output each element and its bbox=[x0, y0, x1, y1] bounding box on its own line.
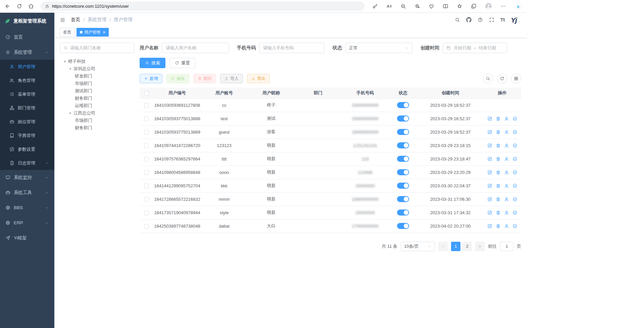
split-screen-icon[interactable] bbox=[443, 3, 448, 9]
tab-user-management[interactable]: 用户管理 bbox=[77, 28, 109, 37]
toggle-search-button[interactable] bbox=[483, 74, 493, 84]
sidebar-item-post[interactable]: 岗位管理 bbox=[0, 115, 54, 129]
edit-action-icon[interactable] bbox=[487, 170, 492, 175]
sidebar-item-dept[interactable]: 部门管理 bbox=[0, 101, 54, 115]
delete-action-icon[interactable] bbox=[496, 130, 501, 135]
sidebar-item-users[interactable]: 角色管理 bbox=[0, 74, 54, 87]
status-toggle[interactable] bbox=[397, 115, 409, 122]
delete-action-icon[interactable] bbox=[496, 116, 501, 121]
delete-action-icon[interactable] bbox=[496, 224, 501, 229]
browser-home-icon[interactable] bbox=[28, 3, 34, 9]
select-all-checkbox[interactable] bbox=[144, 91, 149, 96]
tree-node[interactable]: 研发部门 bbox=[60, 73, 134, 80]
import-button[interactable]: 导入 bbox=[220, 74, 243, 83]
delete-action-icon[interactable] bbox=[496, 143, 501, 148]
delete-action-icon[interactable] bbox=[496, 197, 501, 202]
sidebar-item-monitor[interactable]: 系统监控 bbox=[0, 170, 54, 185]
header-search-icon[interactable] bbox=[455, 17, 460, 22]
github-icon[interactable] bbox=[466, 17, 472, 22]
sidebar-item-menulist[interactable]: 菜单管理 bbox=[0, 87, 54, 101]
favorites-icon[interactable] bbox=[457, 3, 462, 9]
row-checkbox[interactable] bbox=[144, 143, 149, 148]
reset-password-action-icon[interactable] bbox=[504, 183, 509, 188]
status-toggle[interactable] bbox=[397, 169, 409, 175]
edit-button[interactable]: 修改 bbox=[166, 74, 189, 83]
close-icon[interactable] bbox=[103, 30, 105, 35]
phone-input[interactable] bbox=[259, 43, 325, 53]
sidebar-item-user[interactable]: 用户管理 bbox=[0, 60, 54, 74]
tree-node[interactable]: 橙子科技 bbox=[60, 58, 134, 65]
reset-button[interactable]: 重置 bbox=[169, 58, 195, 68]
status-toggle[interactable] bbox=[397, 196, 409, 202]
zoom-icon[interactable] bbox=[400, 3, 406, 9]
goto-page-input[interactable] bbox=[500, 242, 513, 251]
add-button[interactable]: 新增 bbox=[140, 74, 162, 83]
prev-page-button[interactable] bbox=[438, 242, 448, 251]
status-select[interactable]: 正常 bbox=[345, 43, 412, 53]
row-checkbox[interactable] bbox=[144, 130, 149, 135]
reset-password-action-icon[interactable] bbox=[504, 143, 509, 148]
tree-node[interactable]: 财务部门 bbox=[60, 124, 134, 132]
page-size-select[interactable]: 10条/页 bbox=[401, 242, 435, 251]
edit-action-icon[interactable] bbox=[487, 197, 492, 202]
read-aloud-icon[interactable] bbox=[386, 3, 392, 9]
status-toggle[interactable] bbox=[397, 209, 409, 216]
created-date-range[interactable]: 开始日期 - 结束日期 bbox=[443, 43, 507, 53]
delete-action-icon[interactable] bbox=[496, 156, 501, 161]
help-icon[interactable] bbox=[478, 17, 483, 22]
row-checkbox[interactable] bbox=[144, 103, 149, 108]
favorite-add-icon[interactable] bbox=[414, 3, 420, 9]
page-number-button[interactable]: 2 bbox=[462, 242, 472, 251]
edit-action-icon[interactable] bbox=[487, 130, 492, 135]
delete-action-icon[interactable] bbox=[496, 183, 501, 188]
breadcrumb-item-system[interactable]: 系统管理 bbox=[88, 17, 106, 23]
assign-role-action-icon[interactable] bbox=[512, 116, 517, 121]
fullscreen-icon[interactable] bbox=[489, 17, 494, 22]
reset-password-action-icon[interactable] bbox=[504, 156, 509, 161]
tree-expand-caret-icon[interactable] bbox=[68, 67, 72, 71]
edit-action-icon[interactable] bbox=[487, 210, 492, 215]
reset-password-action-icon[interactable] bbox=[504, 197, 509, 202]
delete-action-icon[interactable] bbox=[496, 170, 501, 175]
assign-role-action-icon[interactable] bbox=[512, 183, 517, 188]
tab-home[interactable]: 首页 bbox=[60, 28, 75, 37]
page-number-button[interactable]: 1 bbox=[451, 242, 460, 251]
tree-node[interactable]: 市场部门 bbox=[60, 80, 134, 87]
browser-more-icon[interactable] bbox=[500, 3, 506, 9]
breadcrumb-item-home[interactable]: 首页 bbox=[71, 17, 80, 23]
tree-node[interactable]: 市场部门 bbox=[60, 117, 134, 124]
assign-role-action-icon[interactable] bbox=[512, 224, 517, 229]
tree-node[interactable]: 深圳总公司 bbox=[60, 65, 134, 73]
tree-node[interactable]: 财务部门 bbox=[60, 95, 134, 102]
row-checkbox[interactable] bbox=[144, 157, 149, 161]
row-checkbox[interactable] bbox=[144, 116, 149, 121]
row-checkbox[interactable] bbox=[144, 170, 149, 175]
assign-role-action-icon[interactable] bbox=[512, 143, 517, 148]
sidebar-item-param[interactable]: 参数设置 bbox=[0, 142, 54, 156]
sidebar-item-tools[interactable]: 系统工具 bbox=[0, 185, 54, 200]
status-toggle[interactable] bbox=[397, 142, 409, 148]
sidebar-item-dict[interactable]: 字典管理 bbox=[0, 129, 54, 142]
row-checkbox[interactable] bbox=[144, 210, 149, 215]
dept-search-input[interactable] bbox=[70, 45, 131, 50]
row-checkbox[interactable] bbox=[144, 184, 149, 188]
reset-password-action-icon[interactable] bbox=[504, 224, 509, 229]
reset-password-action-icon[interactable] bbox=[504, 116, 509, 121]
export-button[interactable]: 导出 bbox=[247, 74, 270, 83]
passwords-icon[interactable] bbox=[372, 3, 378, 9]
assign-role-action-icon[interactable] bbox=[512, 170, 517, 175]
collections-icon[interactable] bbox=[471, 3, 477, 9]
edit-action-icon[interactable] bbox=[487, 116, 492, 121]
tree-expand-caret-icon[interactable] bbox=[63, 60, 67, 63]
tree-node[interactable]: 运维部门 bbox=[60, 102, 134, 109]
delete-action-icon[interactable] bbox=[496, 210, 501, 215]
next-page-button[interactable] bbox=[475, 242, 485, 251]
tree-node[interactable]: 江西总公司 bbox=[60, 109, 134, 117]
search-button[interactable]: 搜索 bbox=[140, 58, 165, 68]
address-bar[interactable]: https://ccnetcore.com:1101/system/user bbox=[41, 2, 365, 11]
user-avatar[interactable]: Yj bbox=[511, 16, 521, 24]
assign-role-action-icon[interactable] bbox=[512, 130, 517, 135]
sidebar-item-globe[interactable]: BBS bbox=[0, 200, 54, 215]
assign-role-action-icon[interactable] bbox=[512, 156, 517, 161]
row-checkbox[interactable] bbox=[144, 197, 149, 202]
